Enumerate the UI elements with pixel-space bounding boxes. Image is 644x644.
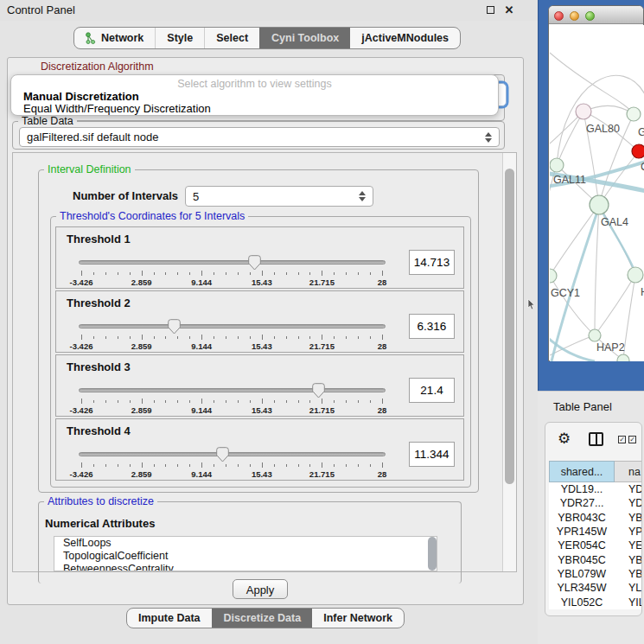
- table-row[interactable]: YBR045CYBR0: [549, 552, 642, 566]
- network-node[interactable]: [576, 104, 591, 119]
- cell-name[interactable]: YBL0: [615, 567, 642, 581]
- tab-select[interactable]: Select: [204, 28, 259, 48]
- attribute-list-item[interactable]: TopologicalCoefficient: [54, 550, 437, 563]
- attributes-list-scrollbar[interactable]: [428, 537, 437, 571]
- close-panel-icon[interactable]: ✕: [503, 4, 515, 16]
- combo-spinner-icon[interactable]: [359, 191, 367, 201]
- network-node[interactable]: [627, 107, 641, 121]
- attribute-list-item[interactable]: SelfLoops: [54, 537, 437, 550]
- network-node-label: HAP2: [596, 341, 625, 354]
- network-node[interactable]: [617, 354, 629, 361]
- bottom-tab-infer-network[interactable]: Infer Network: [312, 609, 404, 628]
- network-node[interactable]: [632, 144, 644, 158]
- cell-name[interactable]: YER0: [615, 539, 642, 552]
- threshold-label: Threshold 2: [67, 296, 131, 309]
- network-window-titlebar[interactable]: [549, 6, 643, 24]
- cell-name[interactable]: YBR0: [615, 511, 642, 525]
- checkbox-icon[interactable]: ✓: [618, 436, 626, 443]
- threshold-slider[interactable]: -3.4262.8599.14415.4321.71528: [79, 447, 386, 478]
- threshold-value-input[interactable]: [409, 442, 455, 467]
- cell-shared-name[interactable]: YDL19...: [549, 482, 615, 496]
- apply-button[interactable]: Apply: [233, 579, 288, 599]
- tab-cyni-toolbox[interactable]: Cyni Toolbox: [259, 28, 350, 48]
- table-row[interactable]: YPR145WYPR1: [549, 525, 642, 539]
- threshold-value-input[interactable]: [409, 378, 455, 403]
- attribute-list-item[interactable]: BetweennessCentrality: [54, 563, 437, 571]
- slider-thumb[interactable]: [216, 447, 229, 462]
- threshold-value-input[interactable]: [409, 250, 455, 275]
- bottom-tab-impute-data[interactable]: Impute Data: [127, 609, 212, 628]
- network-node[interactable]: [589, 329, 601, 341]
- table-panel: Table Panel ⚙ ✓ ✓ shared...naYDL19...YDL…: [538, 391, 644, 644]
- checkbox-icon[interactable]: ✓: [628, 436, 636, 443]
- threshold-panel: Threshold 4-3.4262.8599.14415.4321.71528: [55, 418, 464, 481]
- cell-name[interactable]: YLR3: [615, 581, 642, 595]
- tab-style[interactable]: Style: [155, 28, 204, 48]
- threshold-slider[interactable]: -3.4262.8599.14415.4321.71528: [79, 255, 386, 286]
- network-view-window: GAL80GCGAL11GAL4GCY1HHAP2: [548, 5, 644, 361]
- network-node[interactable]: [628, 267, 643, 283]
- dropdown-option-manual-discretization[interactable]: Manual Discretization: [13, 90, 497, 103]
- traffic-light-zoom-icon[interactable]: [585, 11, 595, 21]
- cell-shared-name[interactable]: YPR145W: [549, 525, 615, 539]
- network-node-label: C: [641, 161, 644, 173]
- slider-thumb[interactable]: [248, 255, 261, 271]
- cell-shared-name[interactable]: YLR345W: [549, 581, 615, 595]
- cell-name[interactable]: YIL0: [615, 595, 642, 609]
- node-table[interactable]: shared...naYDL19...YDL1YDR27...YDR2YBR04…: [549, 461, 642, 609]
- cell-name[interactable]: YDR2: [615, 496, 642, 510]
- tab-label: Select: [216, 32, 248, 44]
- traffic-light-close-icon[interactable]: [554, 11, 564, 21]
- network-node[interactable]: [550, 269, 557, 283]
- bottom-tab-discretize-data[interactable]: Discretize Data: [212, 609, 313, 628]
- table-row[interactable]: YBL079WYBL0: [549, 567, 642, 581]
- tab-network[interactable]: Network: [74, 28, 155, 48]
- cell-shared-name[interactable]: YBR045C: [549, 552, 615, 566]
- network-node[interactable]: [550, 158, 564, 172]
- screen: Control Panel ✕ NetworkStyleSelectCyni T…: [0, 0, 644, 644]
- threshold-value-input[interactable]: [409, 314, 455, 339]
- cell-name[interactable]: YDL1: [615, 482, 642, 496]
- table-row[interactable]: YER054CYER0: [549, 539, 642, 552]
- table-panel-toolbar: ⚙ ✓ ✓: [545, 423, 641, 457]
- slider-thumb[interactable]: [168, 319, 181, 335]
- bottom-tabbar: Impute DataDiscretize DataInfer Network: [126, 608, 405, 628]
- column-header-name[interactable]: na: [615, 461, 642, 482]
- combo-spinner-icon[interactable]: [485, 132, 493, 143]
- threshold-panel: Threshold 3-3.4262.8599.14415.4321.71528: [55, 354, 464, 417]
- numerical-attributes-list[interactable]: SelfLoopsTopologicalCoefficientBetweenne…: [54, 536, 437, 571]
- network-canvas[interactable]: GAL80GCGAL11GAL4GCY1HHAP2: [550, 25, 644, 361]
- slider-track: [79, 388, 386, 392]
- table-data-title: Table Data: [18, 115, 77, 127]
- table-row[interactable]: YIL052CYIL0: [549, 595, 642, 609]
- threshold-slider[interactable]: -3.4262.8599.14415.4321.71528: [79, 319, 386, 350]
- cell-shared-name[interactable]: YBR043C: [549, 511, 615, 525]
- table-row[interactable]: YDR27...YDR2: [549, 496, 642, 510]
- cell-shared-name[interactable]: YDR27...: [549, 496, 615, 510]
- table-row[interactable]: YLR345WYLR3: [549, 581, 642, 595]
- table-row[interactable]: YDL19...YDL1: [549, 482, 642, 496]
- traffic-light-minimize-icon[interactable]: [570, 11, 579, 21]
- control-panel-titlebar: Control Panel ✕: [0, 0, 538, 21]
- table-data-combobox[interactable]: galFiltered.sif default node: [19, 127, 500, 147]
- dropdown-option-equal-width[interactable]: Equal Width/Frequency Discretization: [13, 102, 497, 115]
- columns-icon[interactable]: [589, 432, 603, 446]
- tab-jactivemnodules[interactable]: jActiveMNodules: [350, 28, 460, 48]
- cell-shared-name[interactable]: YER054C: [549, 539, 615, 552]
- network-node[interactable]: [590, 195, 609, 214]
- number-of-intervals-combobox[interactable]: 5: [185, 186, 373, 207]
- cell-shared-name[interactable]: YIL052C: [549, 595, 615, 609]
- column-header-shared-name[interactable]: shared...: [549, 461, 615, 482]
- gear-icon[interactable]: ⚙: [558, 431, 571, 446]
- cell-shared-name[interactable]: YBL079W: [549, 567, 615, 581]
- table-row[interactable]: YBR043CYBR0: [549, 511, 642, 525]
- slider-thumb[interactable]: [312, 383, 325, 399]
- slider-ticks: [81, 335, 382, 341]
- interval-definition-title: Interval Definition: [44, 163, 135, 175]
- cell-name[interactable]: YBR0: [615, 552, 642, 566]
- float-window-icon[interactable]: [484, 4, 496, 16]
- table-data-value: galFiltered.sif default node: [27, 131, 158, 143]
- cell-name[interactable]: YPR1: [615, 525, 642, 539]
- threshold-slider[interactable]: -3.4262.8599.14415.4321.71528: [79, 383, 386, 414]
- settings-scrollbar-thumb[interactable]: [505, 169, 514, 484]
